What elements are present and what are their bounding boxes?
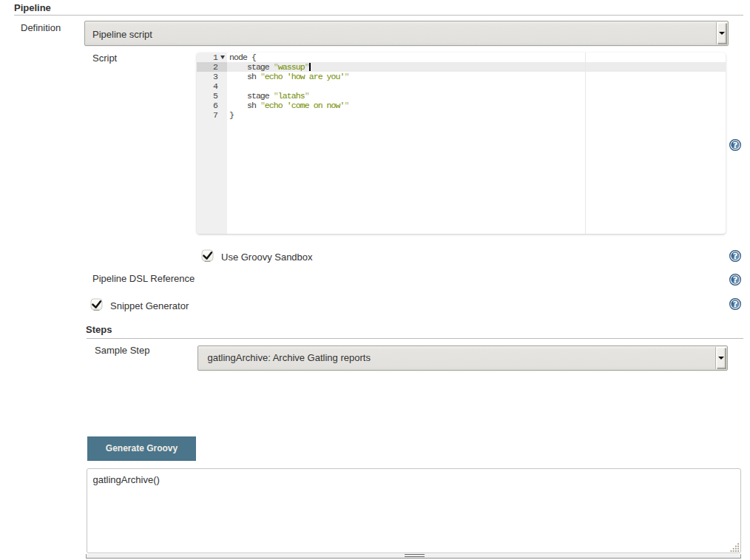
svg-text:?: ? (733, 141, 737, 149)
svg-text:?: ? (733, 252, 737, 260)
svg-text:?: ? (733, 275, 737, 284)
svg-text:?: ? (733, 300, 737, 308)
